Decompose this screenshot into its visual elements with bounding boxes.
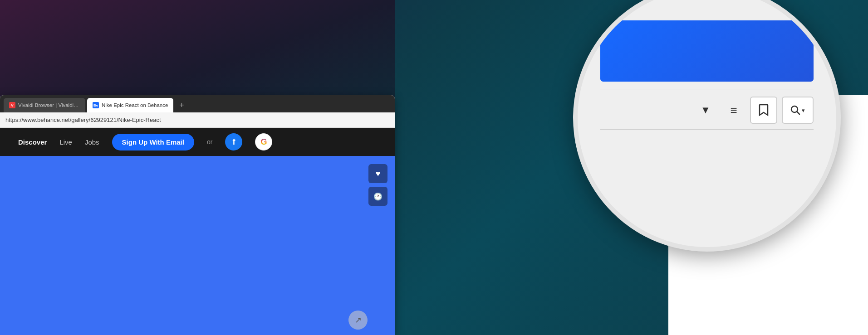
or-text: or bbox=[207, 138, 212, 146]
clock-button[interactable]: 🕐 bbox=[368, 187, 387, 206]
facebook-icon: f bbox=[232, 137, 235, 147]
svg-line-1 bbox=[797, 112, 799, 114]
menu-icon: ≡ bbox=[730, 104, 737, 116]
bookmark-icon bbox=[758, 104, 769, 117]
blue-content-area: ♥ 🕐 ↗ bbox=[0, 156, 395, 335]
live-link[interactable]: Live bbox=[59, 138, 72, 146]
facebook-login-button[interactable]: f bbox=[225, 133, 242, 151]
tab-bar: V Vivaldi Browser | Vivaldi Foru Be Nike… bbox=[0, 95, 395, 112]
vivaldi-icon: V bbox=[9, 102, 15, 108]
dropdown-icon: ▼ bbox=[701, 104, 711, 116]
browser-window: V Vivaldi Browser | Vivaldi Foru Be Nike… bbox=[0, 95, 395, 335]
zoom-blue-bar bbox=[600, 20, 814, 82]
expand-button[interactable]: ↗ bbox=[348, 311, 368, 330]
zoom-search-button[interactable]: ▾ bbox=[782, 97, 814, 124]
zoom-toolbar: ▼ ≡ ▾ bbox=[600, 93, 814, 127]
google-login-button[interactable]: G bbox=[255, 133, 272, 151]
behance-icon: Be bbox=[93, 102, 99, 108]
behance-tab-label: Nike Epic React on Behance bbox=[102, 102, 168, 108]
vivaldi-tab-label: Vivaldi Browser | Vivaldi Foru bbox=[18, 102, 80, 108]
zoom-menu-button[interactable]: ≡ bbox=[722, 98, 745, 122]
search-dropdown-arrow: ▾ bbox=[802, 107, 805, 114]
heart-icon: ♥ bbox=[376, 169, 381, 179]
expand-icon: ↗ bbox=[355, 315, 362, 325]
signup-button[interactable]: Sign Up With Email bbox=[112, 134, 194, 151]
zoom-circle-inner: ▼ ≡ ▾ bbox=[578, 0, 836, 247]
zoom-separator-bottom bbox=[600, 129, 814, 130]
tab-behance[interactable]: Be Nike Epic React on Behance bbox=[87, 98, 173, 112]
clock-icon: 🕐 bbox=[373, 192, 383, 201]
new-tab-button[interactable]: + bbox=[175, 99, 188, 112]
tab-vivaldi[interactable]: V Vivaldi Browser | Vivaldi Foru bbox=[4, 98, 85, 112]
discover-link[interactable]: Discover bbox=[18, 138, 47, 146]
behance-nav: Discover Live Jobs Sign Up With Email or… bbox=[0, 128, 395, 156]
zoom-dropdown-button[interactable]: ▼ bbox=[694, 98, 717, 122]
url-text: https://www.behance.net/gallery/62929121… bbox=[5, 117, 161, 123]
address-bar: https://www.behance.net/gallery/62929121… bbox=[0, 112, 395, 128]
zoom-bookmark-button[interactable] bbox=[750, 97, 777, 124]
search-icon bbox=[790, 105, 800, 115]
heart-button[interactable]: ♥ bbox=[368, 164, 387, 183]
google-icon: G bbox=[260, 137, 267, 147]
zoom-separator-top bbox=[600, 89, 814, 89]
jobs-link[interactable]: Jobs bbox=[85, 138, 99, 146]
